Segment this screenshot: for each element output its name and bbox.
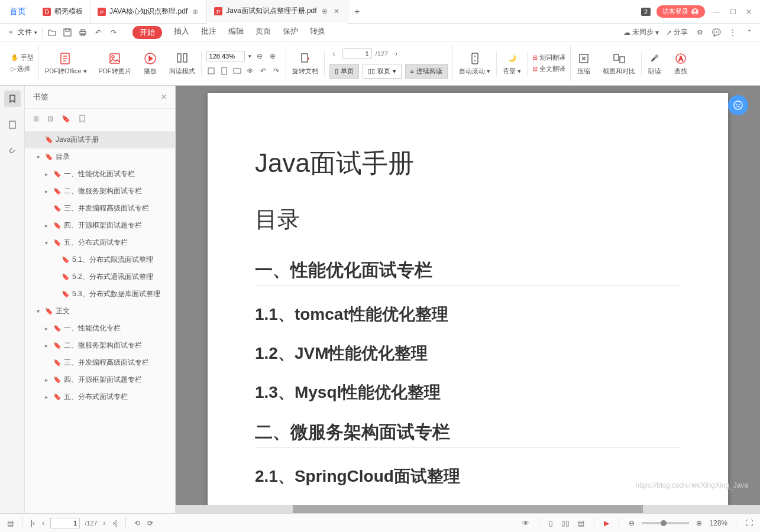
- tree-item[interactable]: ▸🔖一、性能优化面试专栏: [25, 166, 175, 183]
- tree-item[interactable]: 🔖三、并发编程高级面试专栏: [25, 354, 175, 371]
- view-single-icon[interactable]: ▯: [548, 518, 554, 528]
- read-aloud[interactable]: 🎤 朗读: [642, 51, 668, 76]
- maximize-icon[interactable]: ☐: [727, 5, 739, 18]
- prev-page-icon[interactable]: ‹: [41, 518, 46, 528]
- nav-back-icon[interactable]: ⟲: [133, 518, 141, 528]
- tab-pdf1[interactable]: P JAVA核心知识点整理.pdf ⊕: [90, 0, 207, 24]
- status-page-input[interactable]: [50, 518, 80, 528]
- tab-pin-icon[interactable]: ⊕: [321, 6, 329, 17]
- pdf-to-image[interactable]: PDF转图片: [93, 51, 137, 76]
- tree-item[interactable]: ▸🔖二、微服务架构面试专栏: [25, 337, 175, 354]
- next-page-icon[interactable]: ›: [392, 49, 401, 59]
- tree-item[interactable]: ▸🔖五、分布式面试专栏: [25, 388, 175, 406]
- zoom-input[interactable]: [206, 51, 245, 61]
- next-page-icon[interactable]: ›: [102, 518, 107, 528]
- pdf-to-office[interactable]: PDF转Office ▾: [39, 51, 93, 76]
- first-page-icon[interactable]: |‹: [30, 518, 36, 528]
- thumbnail-rail-icon[interactable]: [4, 116, 21, 133]
- select-tool[interactable]: ▷ 选择: [11, 64, 34, 73]
- sync-status[interactable]: ☁ 未同步 ▾: [623, 27, 659, 37]
- menu-tab-edit[interactable]: 编辑: [228, 26, 244, 39]
- login-button[interactable]: 访客登录: [656, 5, 705, 18]
- expand-all-icon[interactable]: ⊞: [33, 115, 39, 123]
- tree-arrow-icon[interactable]: ▾: [37, 154, 43, 160]
- full-translate[interactable]: ⊞ 全文翻译: [532, 64, 565, 73]
- tree-arrow-icon[interactable]: ▸: [45, 342, 51, 349]
- prev-page-icon[interactable]: ‹: [329, 49, 339, 59]
- collapse-all-icon[interactable]: ⊟: [47, 115, 53, 123]
- bookmark-rail-icon[interactable]: [4, 90, 21, 107]
- auto-scroll[interactable]: 自动滚动 ▾: [453, 51, 497, 76]
- tree-arrow-icon[interactable]: ▸: [45, 171, 51, 177]
- fullscreen-icon[interactable]: ⛶: [745, 518, 754, 528]
- compress[interactable]: 压缩: [571, 51, 597, 76]
- rotate-doc[interactable]: 旋转文档: [286, 51, 325, 76]
- eye-protect-icon[interactable]: 👁: [521, 518, 531, 528]
- menu-tab-convert[interactable]: 转换: [310, 26, 325, 39]
- zoom-slider[interactable]: [642, 522, 689, 524]
- actual-size-icon[interactable]: [232, 66, 242, 76]
- add-bookmark-icon[interactable]: 🔖: [62, 115, 70, 123]
- tree-item[interactable]: ▸🔖二、微服务架构面试专栏: [25, 183, 175, 200]
- fit-width-icon[interactable]: [206, 66, 216, 76]
- fit-page-icon[interactable]: [219, 66, 229, 76]
- zoom-in-icon[interactable]: ⊕: [268, 51, 277, 61]
- tab-pdf2-active[interactable]: P Java面试知识点整理手册.pdf ⊕ ✕: [207, 0, 348, 24]
- tree-item[interactable]: ▸🔖一、性能优化专栏: [25, 320, 175, 337]
- tree-item[interactable]: 🔖三、并发编程高级面试专栏: [25, 200, 175, 217]
- tree-arrow-icon[interactable]: ▸: [45, 188, 51, 194]
- menu-tab-start[interactable]: 开始: [132, 26, 162, 39]
- tree-arrow-icon[interactable]: ▾: [37, 308, 43, 314]
- menu-tab-comment[interactable]: 批注: [201, 26, 216, 39]
- menu-icon[interactable]: ≡: [6, 28, 15, 37]
- menu-tab-protect[interactable]: 保护: [283, 26, 298, 39]
- undo-icon[interactable]: ↶: [93, 28, 103, 37]
- screenshot-compare[interactable]: 截图和对比: [597, 51, 642, 76]
- tree-item[interactable]: ▸🔖四、开源框架面试题专栏: [25, 371, 175, 388]
- horizontal-scrollbar[interactable]: [176, 505, 760, 513]
- view-double-icon[interactable]: ▯▯: [560, 518, 571, 528]
- add-tab-button[interactable]: +: [348, 7, 366, 17]
- play-status-icon[interactable]: ▶: [603, 518, 610, 528]
- zoom-out-icon[interactable]: ⊖: [255, 51, 264, 61]
- zoom-out-status[interactable]: ⊖: [628, 518, 636, 528]
- tree-item[interactable]: 🔖5.2、分布式通讯面试整理: [25, 268, 175, 286]
- menu-tab-page[interactable]: 页面: [256, 26, 271, 39]
- zoom-dropdown[interactable]: ▾: [248, 53, 251, 59]
- print-icon[interactable]: [78, 28, 88, 37]
- save-icon[interactable]: [63, 28, 72, 37]
- tree-arrow-icon[interactable]: ▸: [45, 222, 51, 229]
- rotate-left-icon[interactable]: ↶: [258, 66, 268, 76]
- collapse-icon[interactable]: ⌃: [745, 28, 754, 37]
- settings-icon[interactable]: ⚙: [695, 28, 704, 37]
- tree-item[interactable]: 🔖5.3、分布式数据库面试整理: [25, 286, 175, 303]
- word-translate[interactable]: ⊞ 划词翻译: [532, 53, 565, 62]
- tree-item[interactable]: ▾🔖五、分布式面试专栏: [25, 234, 175, 251]
- zoom-in-status[interactable]: ⊕: [695, 518, 703, 528]
- tree-arrow-icon[interactable]: ▸: [45, 394, 51, 400]
- tree-arrow-icon[interactable]: ▸: [45, 377, 51, 383]
- tree-item[interactable]: ▾🔖正文: [25, 303, 175, 320]
- single-page-button[interactable]: ▯ 单页: [329, 64, 359, 79]
- tree-item[interactable]: ▾🔖目录: [25, 148, 175, 166]
- open-icon[interactable]: [47, 28, 57, 37]
- last-page-icon[interactable]: ›|: [112, 518, 118, 528]
- view-cont-icon[interactable]: ▤: [577, 518, 586, 528]
- document-viewer[interactable]: Java面试手册 目录 一、性能优化面试专栏 1.1、tomcat性能优化整理 …: [176, 86, 760, 513]
- assistant-float-button[interactable]: [728, 95, 748, 115]
- tree-item[interactable]: 🔖5.1、分布式限流面试整理: [25, 251, 175, 268]
- share-button[interactable]: ↗ 分享: [666, 27, 688, 37]
- tree-arrow-icon[interactable]: ▾: [45, 239, 51, 246]
- tab-close-icon[interactable]: ✕: [332, 6, 341, 17]
- find[interactable]: A 查找: [668, 51, 694, 76]
- double-page-button[interactable]: ▯▯ 双页 ▾: [363, 64, 402, 79]
- rotate-right-icon[interactable]: ↷: [271, 66, 281, 76]
- minimize-icon[interactable]: —: [711, 5, 723, 18]
- notification-badge[interactable]: 2: [641, 8, 651, 16]
- read-mode[interactable]: 阅读模式: [163, 51, 202, 76]
- tab-pin-icon[interactable]: ⊕: [191, 7, 199, 17]
- feedback-icon[interactable]: 💬: [712, 28, 721, 37]
- page-input[interactable]: [342, 48, 372, 59]
- play-button[interactable]: 播放: [137, 51, 163, 76]
- home-tab[interactable]: 首页: [0, 0, 35, 24]
